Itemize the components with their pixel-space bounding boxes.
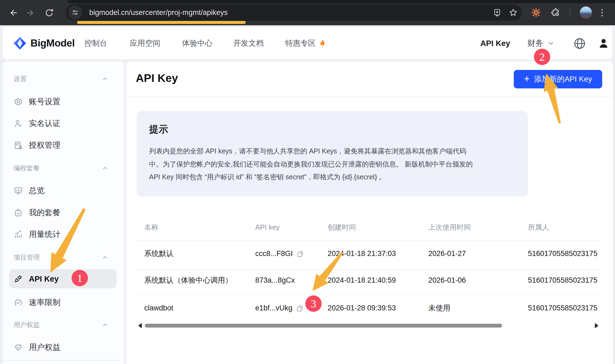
sidebar-item-authorization-management[interactable]: 授权管理 bbox=[10, 137, 118, 154]
back-button[interactable] bbox=[8, 7, 19, 18]
brand-logo[interactable]: BigModel bbox=[13, 27, 75, 59]
sidebar-item-identity-verification[interactable]: 实名认证 bbox=[10, 115, 118, 132]
sidebar-item-my-plan[interactable]: 我的套餐 bbox=[10, 204, 118, 221]
notice-box: 提示 列表内是您的全部 API keys，请不要与他人共享您的 API Keys… bbox=[137, 111, 528, 196]
bigmodel-logo-icon bbox=[13, 36, 27, 50]
forward-arrow-icon bbox=[26, 8, 35, 17]
install-icon[interactable] bbox=[493, 8, 502, 17]
table-divider bbox=[136, 269, 603, 270]
table-row-3-name: clawdbot bbox=[144, 304, 173, 312]
globe-icon bbox=[573, 37, 586, 50]
sidebar: 设置 账号设置 实名认证 授权管理 编程套餐 bbox=[3, 61, 124, 364]
chevron-up-icon bbox=[102, 76, 108, 82]
sidebar-item-account-settings[interactable]: 账号设置 bbox=[10, 93, 118, 110]
scrollbar-left-arrow[interactable] bbox=[138, 323, 142, 328]
table-row-2-owner: 51601705585023175 bbox=[528, 276, 597, 285]
notice-body: 列表内是您的全部 API keys，请不要与他人共享您的 API Keys，避免… bbox=[149, 145, 473, 184]
plus-icon: + bbox=[524, 74, 530, 84]
table-row-1-owner: 51601705585023175 bbox=[528, 249, 597, 258]
table-divider bbox=[136, 294, 603, 295]
forward-button[interactable] bbox=[24, 7, 36, 18]
table-row-3-last-used: 未使用 bbox=[428, 303, 450, 313]
chevron-up-icon bbox=[102, 165, 108, 171]
annotation-badge-2: 2 bbox=[534, 49, 550, 65]
back-arrow-icon bbox=[9, 8, 18, 17]
sidebar-item-overview[interactable]: 总览 bbox=[10, 182, 118, 199]
col-header-api-key: API key bbox=[255, 223, 280, 232]
active-tab[interactable] bbox=[0, 0, 68, 3]
table-row-1-key: ccc8...F8GI bbox=[255, 249, 304, 258]
nav-special-offers[interactable]: 特惠专区 bbox=[285, 27, 327, 59]
language-globe-button[interactable] bbox=[573, 37, 586, 50]
table-row-2-name: 系统默认（体验中心调用） bbox=[144, 275, 232, 285]
sidebar-section-user-benefits[interactable]: 用户权益 bbox=[10, 319, 118, 331]
nav-experience-center[interactable]: 体验中心 bbox=[182, 27, 213, 59]
table-row-2-last-used: 2026-01-06 bbox=[428, 276, 466, 285]
refresh-button[interactable] bbox=[44, 7, 55, 18]
url-bar[interactable]: bigmodel.cn/usercenter/proj-mgmt/apikeys bbox=[66, 4, 522, 21]
bookmark-star-icon[interactable] bbox=[509, 8, 518, 17]
claude-extension-icon[interactable] bbox=[531, 7, 542, 18]
notice-line: 中。为了保护您帐户的安全,我们还可能会自动更换我们发现已公开泄露的密钥信息。 新… bbox=[149, 158, 473, 171]
extensions-puzzle-icon[interactable] bbox=[551, 8, 561, 17]
toolbar-separator bbox=[570, 8, 570, 17]
browser-menu-button[interactable] bbox=[601, 9, 603, 16]
notice-title: 提示 bbox=[149, 123, 168, 136]
chevron-up-icon bbox=[102, 254, 108, 261]
browser-chrome: bigmodel.cn/usercenter/proj-mgmt/apikeys bbox=[0, 0, 615, 25]
notice-line: API Key 同时包含 “用户标识 id” 和 “签名密钥 secret”，即… bbox=[149, 171, 473, 184]
copy-icon[interactable] bbox=[296, 304, 304, 312]
col-header-name: 名称 bbox=[144, 223, 158, 232]
sidebar-item-rate-limit[interactable]: 速率限制 bbox=[10, 294, 118, 311]
person-icon bbox=[598, 38, 610, 50]
sidebar-section-coding-plan[interactable]: 编程套餐 bbox=[10, 162, 118, 174]
sidebar-section-project-management[interactable]: 项目管理 bbox=[10, 251, 118, 263]
bar-chart-trend-icon bbox=[14, 230, 23, 239]
annotation-url-underline bbox=[77, 21, 246, 24]
table-row-2-created: 2024-01-18 21:40:59 bbox=[328, 276, 396, 285]
screenshot-stage: bigmodel.cn/usercenter/proj-mgmt/apikeys bbox=[0, 0, 615, 364]
scrollbar-right-arrow[interactable] bbox=[595, 323, 598, 328]
nav-app-space[interactable]: 应用空间 bbox=[130, 27, 160, 59]
chevron-up-icon bbox=[102, 322, 108, 328]
flame-icon bbox=[318, 39, 327, 47]
annotation-badge-1: 1 bbox=[72, 270, 88, 286]
refresh-icon bbox=[45, 8, 54, 17]
nav-dev-docs[interactable]: 开发文档 bbox=[233, 27, 264, 59]
sidebar-item-usage-statistics[interactable]: 用量统计 bbox=[10, 226, 118, 243]
profile-avatar[interactable] bbox=[580, 6, 592, 19]
annotation-badge-3: 3 bbox=[305, 295, 322, 312]
gauge-icon bbox=[14, 298, 23, 307]
page-title: API Key bbox=[136, 72, 178, 85]
user-menu-button[interactable] bbox=[598, 38, 610, 50]
add-api-key-button[interactable]: + 添加新的API Key bbox=[514, 70, 602, 88]
gear-icon bbox=[14, 97, 23, 106]
nav-console[interactable]: 控制台 bbox=[84, 27, 107, 59]
brand-name: BigModel bbox=[30, 38, 75, 49]
table-row-3-owner: 51601705585023175 bbox=[528, 304, 597, 312]
table-row-3-created: 2026-01-28 09:39:53 bbox=[328, 304, 396, 312]
bag-icon bbox=[14, 208, 23, 217]
horizontal-scrollbar-thumb[interactable] bbox=[145, 324, 502, 328]
table-row-3-key: e1bf...vUkg bbox=[255, 304, 304, 312]
sidebar-section-settings[interactable]: 设置 bbox=[10, 73, 118, 85]
col-header-last-used: 上次使用时间 bbox=[428, 223, 471, 232]
chevron-down-icon bbox=[547, 39, 555, 47]
person-check-icon bbox=[14, 119, 23, 128]
title-divider bbox=[126, 96, 613, 97]
sidebar-item-user-benefits[interactable]: 用户权益 bbox=[10, 339, 118, 356]
table-divider bbox=[136, 240, 603, 241]
main-panel: API Key + 添加新的API Key 提示 列表内是您的全部 API ke… bbox=[126, 61, 613, 364]
site-header: BigModel 控制台 应用空间 体验中心 开发文档 特惠专区 API Key… bbox=[3, 27, 612, 59]
tune-icon bbox=[72, 9, 79, 16]
copy-icon[interactable] bbox=[296, 249, 304, 258]
col-header-owner: 所属人 bbox=[528, 223, 549, 232]
header-api-key-link[interactable]: API Key bbox=[480, 27, 510, 59]
site-info-button[interactable] bbox=[68, 5, 82, 20]
browser-tabstrip bbox=[0, 0, 615, 3]
col-header-created: 创建时间 bbox=[328, 223, 356, 232]
plug-icon bbox=[14, 274, 23, 283]
url-text[interactable]: bigmodel.cn/usercenter/proj-mgmt/apikeys bbox=[89, 8, 228, 17]
sidebar-item-api-key[interactable]: API Key bbox=[10, 270, 118, 288]
sidebar-bottom-divider bbox=[3, 360, 124, 360]
